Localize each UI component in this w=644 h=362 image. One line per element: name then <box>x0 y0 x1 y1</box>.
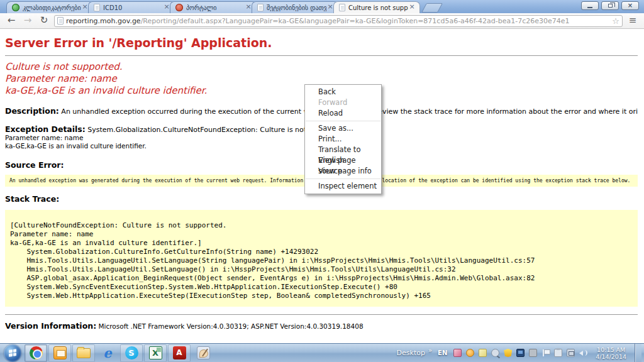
excel-icon: X <box>149 346 162 359</box>
tray-network-icon[interactable] <box>567 349 575 357</box>
tray-action-center-flag-icon[interactable] <box>541 349 550 357</box>
show-desktop-button[interactable] <box>635 344 641 362</box>
internet-explorer-icon: e <box>103 347 111 359</box>
tab-messages[interactable]: შეტყობინების დათვალ × <box>252 1 338 13</box>
new-tab-button[interactable] <box>421 3 443 13</box>
minimize-button[interactable] <box>581 1 599 10</box>
menu-item-back[interactable]: Back <box>305 87 381 97</box>
menu-item-save-as[interactable]: Save as... <box>305 123 381 134</box>
menu-separator <box>306 121 380 121</box>
window-controls: × <box>581 1 639 10</box>
outlook-icon <box>53 346 67 359</box>
divider <box>5 55 638 56</box>
exception-label: Exception Details: <box>5 124 86 134</box>
menu-item-inspect[interactable]: Inspect element <box>305 181 381 192</box>
tray-display-icon[interactable] <box>516 349 525 357</box>
tray-magnifier-icon[interactable] <box>491 349 499 357</box>
version-paragraph: Version Information: Microsoft .NET Fram… <box>5 321 638 331</box>
tray-security-shield-icon[interactable] <box>504 349 512 357</box>
page-favicon-icon <box>94 4 100 11</box>
stack-line: Parameter name: name <box>10 230 633 239</box>
restore-icon <box>608 4 613 8</box>
taskbar-clock[interactable]: 10:15 AM 4/14/2014 <box>592 346 630 360</box>
chrome-icon <box>30 346 43 359</box>
taskbar-excel-button[interactable]: X <box>144 344 167 362</box>
taskbar-skype-button[interactable]: S <box>120 344 143 362</box>
chrome-menu-icon[interactable]: ≡ <box>626 14 639 27</box>
tray-sync-icon[interactable] <box>466 349 474 357</box>
menu-item-print[interactable]: Print... <box>305 134 381 145</box>
menu-item-view-source[interactable]: View page source <box>305 155 381 166</box>
divider <box>5 314 638 315</box>
menu-separator <box>306 178 380 179</box>
page-favicon-icon <box>339 4 345 11</box>
desktop-label: Desktop <box>397 349 425 357</box>
taskbar-outlook-button[interactable] <box>48 344 71 362</box>
desktop-screen: კლასიფიკატორები | სა × ICD10 × პორტალი ×… <box>0 0 644 362</box>
folder-icon <box>77 348 91 358</box>
stack-line: System.Web.SyncEventExecutionStep.System… <box>10 283 633 292</box>
language-indicator[interactable]: EN <box>438 349 447 356</box>
address-bar[interactable]: reporting.moh.gov.ge/Reporting/default.a… <box>54 15 623 27</box>
close-icon: × <box>628 3 633 9</box>
tab-close-icon[interactable]: × <box>408 4 416 11</box>
tab-culture-error-active[interactable]: Culture is not supported. × <box>333 1 420 13</box>
menu-item-page-info[interactable]: View page info <box>305 166 381 177</box>
tab-title: ICD10 <box>103 4 163 11</box>
portal-favicon-icon <box>175 4 183 11</box>
stack-line: ka-GE,ka-GE is an invalid culture identi… <box>10 239 633 248</box>
taskbar-adobe-button[interactable]: A <box>168 344 191 362</box>
subtitle-line: Culture is not supported. <box>5 61 638 73</box>
stack-line: Hmis.Tools.Utils.LanguageUtil.SetLanguag… <box>10 265 633 274</box>
tab-classifiers[interactable]: კლასიფიკატორები | სა × <box>6 1 93 13</box>
stack-line: System.Web.HttpApplication.ExecuteStep(I… <box>10 292 633 300</box>
stack-line: ASP.global_asax.Application_BeginRequest… <box>10 274 633 283</box>
tray-clipboard-icon[interactable] <box>554 349 562 357</box>
paint-icon <box>197 346 210 359</box>
adobe-reader-icon: A <box>173 346 186 359</box>
subtitle-line: Parameter name: name <box>5 73 638 85</box>
tab-title: კლასიფიკატორები | სა <box>23 4 81 11</box>
tab-icd10[interactable]: ICD10 × <box>88 1 175 13</box>
context-menu: Back Forward Reload Save as... Print... … <box>304 84 382 194</box>
tab-title: პორტალი <box>186 4 245 11</box>
version-text: Microsoft .NET Framework Version:4.0.303… <box>96 322 363 330</box>
taskbar-ie-button[interactable]: e <box>96 344 119 362</box>
page-favicon-icon <box>257 4 264 11</box>
tray-volume-icon[interactable] <box>579 349 587 357</box>
tray-notes-icon[interactable] <box>479 349 487 357</box>
version-label: Version Information: <box>5 321 96 331</box>
taskbar-paint-button[interactable] <box>192 344 214 362</box>
description-label: Description: <box>5 106 59 116</box>
bookmark-star-icon[interactable]: ☆ <box>612 17 619 25</box>
stack-line: [CultureNotFoundException: Culture is no… <box>10 221 633 230</box>
page-title: Server Error in '/Reporting' Application… <box>5 36 638 50</box>
menu-item-forward: Forward <box>305 97 381 108</box>
forward-button[interactable]: → <box>21 14 34 27</box>
restore-button[interactable] <box>601 1 619 10</box>
system-tray: Desktop » EN 10:15 AM 4/14/2014 <box>397 344 644 362</box>
reload-button[interactable]: ↻ <box>38 14 50 27</box>
tab-portal[interactable]: პორტალი × <box>170 1 257 13</box>
close-button[interactable]: × <box>621 1 639 10</box>
back-button[interactable]: ← <box>5 14 18 27</box>
page-icon <box>57 17 64 25</box>
stack-trace-box: [CultureNotFoundException: Culture is no… <box>5 210 638 307</box>
taskbar-explorer-button[interactable] <box>72 344 95 362</box>
tray-overflow-icon[interactable]: » <box>428 347 432 354</box>
tray-app-icon[interactable] <box>453 349 462 357</box>
clock-date: 4/14/2014 <box>596 353 626 360</box>
start-button[interactable] <box>4 344 21 362</box>
stack-line: System.Globalization.CultureInfo.GetCult… <box>10 248 633 256</box>
menu-item-reload[interactable]: Reload <box>305 108 381 119</box>
menu-item-translate[interactable]: Translate to English <box>305 145 381 155</box>
stack-line: Hmis.Tools.Utils.LanguageUtil.SetLanguag… <box>10 256 633 265</box>
skype-icon: S <box>125 346 138 359</box>
tab-title: შეტყობინების დათვალ <box>267 4 326 11</box>
tray-printer-icon[interactable] <box>529 349 537 357</box>
taskbar: e S X A Desktop » EN 10:15 AM 4/14/2014 <box>0 343 644 362</box>
tab-strip: კლასიფიკატორები | სა × ICD10 × პორტალი ×… <box>0 0 644 13</box>
taskbar-chrome-button[interactable] <box>25 344 47 362</box>
browser-toolbar: ← → ↻ reporting.moh.gov.ge/Reporting/def… <box>0 13 644 29</box>
url-text: reporting.moh.gov.ge/Reporting/default.a… <box>66 17 609 25</box>
